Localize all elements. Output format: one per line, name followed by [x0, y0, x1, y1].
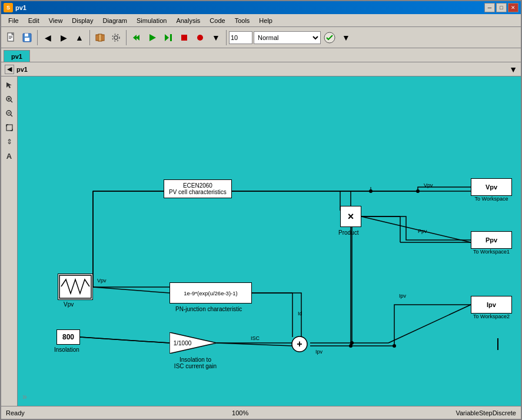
svg-line-50	[361, 216, 471, 242]
check-dropdown[interactable]: ▼	[338, 30, 354, 45]
view-tools	[92, 30, 127, 45]
vpv-wire-label: Vpv	[97, 278, 107, 284]
annotation-line2: PV cell characteristics	[169, 189, 227, 195]
vpv-source-label: Vpv	[64, 301, 74, 308]
to-workspace-vpv-label: To Workspace	[471, 196, 512, 202]
menu-simulation[interactable]: Simulation	[132, 16, 171, 25]
svg-point-60	[393, 344, 396, 348]
svg-point-57	[416, 189, 420, 193]
sum-block[interactable]: +	[291, 335, 308, 353]
breadcrumb-expand[interactable]: ▼	[509, 65, 517, 74]
simulink-canvas[interactable]: ECEN2060 PV cell characteristics Vpv 800…	[18, 76, 521, 406]
insolation-label: Insolation	[54, 346, 79, 353]
stop-button[interactable]	[177, 30, 192, 45]
tab-pv1[interactable]: pv1	[4, 50, 30, 62]
new-button[interactable]	[4, 30, 19, 45]
menu-analysis[interactable]: Analysis	[171, 16, 205, 25]
check-button[interactable]	[322, 30, 337, 45]
svg-marker-15	[149, 34, 156, 41]
product-block[interactable]: ×	[340, 206, 361, 227]
svg-line-51	[388, 305, 471, 343]
svg-point-39	[369, 189, 373, 193]
svg-rect-7	[25, 38, 29, 41]
zoom-out-tool[interactable]	[3, 107, 16, 120]
menu-file[interactable]: File	[4, 16, 24, 25]
sig-label-ppv-wire: Ppv	[418, 228, 427, 234]
nav-collapse-button[interactable]: ◀	[5, 65, 14, 74]
minimize-button[interactable]: ─	[484, 3, 495, 12]
vpv-source-block[interactable]	[58, 274, 93, 300]
record-dropdown[interactable]: ▼	[208, 30, 224, 45]
save-button[interactable]	[19, 30, 35, 45]
zoom-level: 100%	[232, 409, 248, 416]
annotation-line1: ECEN2060	[169, 182, 227, 189]
pan-tool[interactable]: ⇕	[3, 135, 16, 148]
title-bar-left: S pv1	[4, 3, 26, 12]
record-button[interactable]	[192, 30, 208, 45]
sim-indicator	[497, 338, 498, 350]
menu-tools[interactable]: Tools	[230, 16, 255, 25]
svg-text:1/1000: 1/1000	[174, 340, 192, 346]
main-area: ⇕ A	[1, 76, 521, 406]
main-window: S pv1 ─ □ ✕ File Edit View Display Diagr…	[0, 0, 522, 420]
sig-label-vpv-wire: Vpv	[424, 182, 433, 188]
library-button[interactable]	[92, 30, 108, 45]
sig-label-ipv-wire2: Ipv	[399, 293, 406, 299]
menu-code[interactable]: Code	[205, 16, 230, 25]
to-workspace-ppv[interactable]: Ppv To Workspace1	[471, 231, 512, 249]
insolation-block[interactable]: 800	[56, 329, 80, 345]
svg-rect-17	[170, 34, 172, 41]
menu-display[interactable]: Display	[67, 16, 98, 25]
to-workspace-ipv[interactable]: Ipv To Workspace2	[471, 296, 512, 314]
left-sidebar: ⇕ A	[1, 76, 18, 406]
back-button[interactable]: ◀	[40, 30, 55, 45]
title-bar: S pv1 ─ □ ✕	[1, 1, 521, 14]
to-workspace-vpv[interactable]: Vpv To Workspace	[471, 178, 512, 196]
annotation-box: ECEN2060 PV cell characteristics	[164, 179, 232, 198]
up-button[interactable]: ▲	[72, 30, 87, 45]
svg-rect-3	[9, 37, 12, 38]
pn-junction-block[interactable]: 1e-9*(exp(u/26e-3)-1)	[169, 282, 252, 304]
page-nav-arrows[interactable]: »	[22, 392, 27, 401]
to-workspace-ppv-label: To Workspace1	[471, 249, 512, 255]
svg-line-44	[80, 337, 169, 343]
run-button[interactable]	[145, 30, 160, 45]
product-label: Product	[338, 229, 358, 236]
svg-rect-29	[6, 125, 12, 131]
app-icon: S	[4, 3, 13, 12]
step-button[interactable]	[161, 30, 176, 45]
breadcrumb-bar: ◀ pv1 ▼	[1, 62, 521, 76]
wire-layer	[18, 76, 521, 406]
isc-gain-block[interactable]: 1/1000	[169, 332, 217, 354]
svg-line-23	[11, 101, 12, 102]
sig-label-ipv-wire: Ipv	[315, 349, 322, 355]
svg-marker-14	[133, 35, 137, 41]
insolation-value: 800	[62, 333, 74, 341]
pn-junction-label: PN-junction characteristic	[175, 306, 242, 312]
svg-rect-2	[9, 36, 12, 36]
rewind-button[interactable]	[129, 30, 144, 45]
menu-edit[interactable]: Edit	[24, 16, 44, 25]
forward-button[interactable]: ▶	[56, 30, 71, 45]
svg-point-11	[114, 36, 118, 39]
isc-gain-label: Insolation toISC current gain	[172, 356, 219, 369]
text-tool[interactable]: A	[3, 149, 16, 162]
fit-tool[interactable]	[3, 121, 16, 134]
status-text: Ready	[6, 409, 25, 416]
close-button[interactable]: ✕	[508, 3, 518, 12]
svg-marker-21	[6, 82, 12, 88]
status-bar: Ready 100% VariableStepDiscrete	[1, 406, 521, 419]
zoom-in-tool[interactable]	[3, 93, 16, 106]
menu-diagram[interactable]: Diagram	[98, 16, 132, 25]
title-bar-controls: ─ □ ✕	[484, 3, 518, 12]
settings-button[interactable]	[108, 30, 124, 45]
svg-point-19	[197, 35, 203, 41]
menu-view[interactable]: View	[44, 16, 68, 25]
select-tool[interactable]	[3, 79, 16, 92]
sim-mode-dropdown[interactable]: Normal Accelerator Rapid Accelerator	[254, 31, 321, 44]
svg-point-12	[112, 34, 119, 41]
sim-time-input[interactable]	[229, 31, 252, 44]
maximize-button[interactable]: □	[496, 3, 507, 12]
menu-help[interactable]: Help	[254, 16, 277, 25]
nav-tools: ◀ ▶ ▲	[40, 30, 90, 45]
